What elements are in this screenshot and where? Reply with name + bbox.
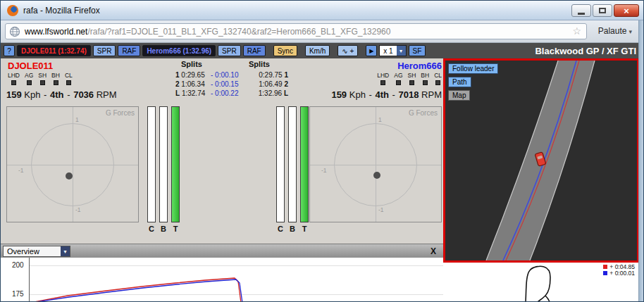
gforces-label: G Forces xyxy=(106,109,135,117)
gforce-plot-left: G Forces 1 -1 -1 xyxy=(6,106,139,222)
maximize-icon xyxy=(599,8,606,13)
help-button[interactable]: ? xyxy=(4,45,15,56)
flag-checkbox[interactable] xyxy=(27,80,32,85)
window-controls: × xyxy=(571,4,639,17)
throttle-column: T xyxy=(171,106,180,233)
path-button[interactable]: Path xyxy=(448,77,471,87)
flag-lhd[interactable]: LHD xyxy=(8,72,20,85)
gforce-dot xyxy=(373,172,380,179)
flag-label: BH xyxy=(51,72,60,79)
clutch-label: C xyxy=(278,225,283,233)
speed-unit: Kph xyxy=(349,89,366,100)
map-footer: + 0:04.85 + 0:00.01 xyxy=(443,263,639,302)
flag-checkbox[interactable] xyxy=(396,80,401,85)
play-button[interactable]: ▶ xyxy=(366,45,377,56)
flag-label: AG xyxy=(25,72,33,79)
gforce-dot xyxy=(66,172,73,180)
flag-ag[interactable]: AG xyxy=(25,72,33,85)
split-right: 1:32.96 L xyxy=(244,89,290,97)
driver1-spr-button[interactable]: SPR xyxy=(93,45,116,56)
legend-row: + 0:00.01 xyxy=(603,270,635,276)
gforce-circle xyxy=(31,123,114,206)
track-outline xyxy=(510,264,574,302)
separator: - xyxy=(392,89,395,100)
gforce-tick: -1 xyxy=(321,167,327,174)
flag-checkbox[interactable] xyxy=(11,80,16,85)
gforce-circle xyxy=(334,123,417,206)
firefox-icon xyxy=(7,5,18,16)
driver2-telemetry: 159 Kph - 4th - 7018 RPM xyxy=(268,89,442,100)
feedback-menu[interactable]: Palaute▾ xyxy=(598,26,632,36)
url-bar[interactable]: www.lfsworld.net/rafa/?raf1=DJOLE_011_BL… xyxy=(5,23,587,39)
minimize-icon xyxy=(578,13,585,15)
gforce-tick: 1 xyxy=(75,116,79,123)
maximize-button[interactable] xyxy=(593,4,612,17)
driver1-flags: LHD AG SH BH CL xyxy=(8,72,73,85)
sf-button[interactable]: SF xyxy=(409,45,426,56)
flag-checkbox[interactable] xyxy=(66,80,71,85)
flag-bh[interactable]: BH xyxy=(51,72,60,85)
flag-ag[interactable]: AG xyxy=(394,72,402,85)
graph-header-bar: Overview ▾ X xyxy=(1,244,443,258)
window-frame-right xyxy=(638,20,644,302)
bookmark-star-icon[interactable]: ☆ xyxy=(572,25,581,37)
brake-label: B xyxy=(290,225,295,233)
flag-bh[interactable]: BH xyxy=(421,72,429,85)
flag-checkbox[interactable] xyxy=(435,80,440,85)
throttle-column: T xyxy=(300,106,309,233)
split-row: L 1:32.74 - 0:00.22 1:32.96 L xyxy=(174,89,290,98)
brake-bar xyxy=(159,106,168,222)
track-map-panel[interactable]: Follow leader Path Map xyxy=(443,58,639,263)
driver2-name: Herom666 xyxy=(315,61,442,71)
driver2-raf-button[interactable]: RAF xyxy=(243,45,266,56)
close-button[interactable]: × xyxy=(614,4,639,17)
flag-sh[interactable]: SH xyxy=(38,72,47,85)
rpm-unit: RPM xyxy=(97,89,117,100)
split-right: 0:29.75 1 xyxy=(244,71,290,79)
track-title: Blackwood GP / XF GTI xyxy=(535,46,636,56)
flag-checkbox[interactable] xyxy=(54,80,58,85)
graph-close-button[interactable]: X xyxy=(431,246,436,256)
flag-checkbox[interactable] xyxy=(409,80,414,85)
playback-speed-value: x 1 xyxy=(383,47,392,55)
map-button[interactable]: Map xyxy=(448,90,470,101)
driver1-button[interactable]: DJOLE011 (1:32.74) xyxy=(17,45,91,56)
flag-cl[interactable]: CL xyxy=(65,72,73,85)
clutch-column: C xyxy=(276,106,285,233)
add-graph-button[interactable]: ∿ + xyxy=(338,45,358,56)
graph-type-select[interactable]: Overview ▾ xyxy=(3,246,70,257)
flag-checkbox[interactable] xyxy=(40,80,45,85)
rpm-unit: RPM xyxy=(421,89,442,100)
flag-cl[interactable]: CL xyxy=(434,72,442,85)
speed-unit: Kph xyxy=(24,89,40,100)
brake-label: B xyxy=(161,225,166,233)
flag-sh[interactable]: SH xyxy=(408,72,416,85)
gforce-tick: -1 xyxy=(378,206,384,213)
speed-traces xyxy=(1,258,443,302)
track-map[interactable] xyxy=(445,61,637,260)
flag-label: CL xyxy=(65,72,73,79)
flag-lhd[interactable]: LHD xyxy=(377,72,389,85)
split-left: L 1:32.74 xyxy=(174,89,211,97)
graph-type-value: Overview xyxy=(7,247,39,256)
splits-rows: 1 0:29.65 - 0:00.10 0:29.75 1 2 1:06.34 … xyxy=(174,70,290,98)
driver2-gap: + 0:00.01 xyxy=(609,270,635,277)
follow-leader-button[interactable]: Follow leader xyxy=(448,63,498,74)
speed-units-button[interactable]: Km/h xyxy=(305,45,330,56)
brake-column: B xyxy=(288,106,297,233)
minimize-button[interactable] xyxy=(571,4,591,17)
feedback-label: Palaute xyxy=(598,26,627,36)
driver2-button[interactable]: Herom666 (1:32.96) xyxy=(142,45,216,56)
driver1-telemetry: 159 Kph - 4th - 7036 RPM xyxy=(6,89,117,100)
clutch-column: C xyxy=(147,106,156,233)
playback-speed-select[interactable]: x 1 ▾ xyxy=(379,45,406,56)
browser-window: rafa - Mozilla Firefox × www.lfsworld.ne… xyxy=(0,0,644,302)
sync-button[interactable]: Sync xyxy=(273,45,297,56)
flag-checkbox[interactable] xyxy=(423,80,428,85)
speed-value: 159 xyxy=(331,89,347,100)
driver1-raf-button[interactable]: RAF xyxy=(118,45,140,56)
url-path: /rafa/?raf1=DJOLE_011_BL1_XFG_132740&raf… xyxy=(87,27,390,37)
url-host: www.lfsworld.net xyxy=(25,27,87,37)
flag-checkbox[interactable] xyxy=(380,80,385,85)
driver2-spr-button[interactable]: SPR xyxy=(218,45,241,56)
